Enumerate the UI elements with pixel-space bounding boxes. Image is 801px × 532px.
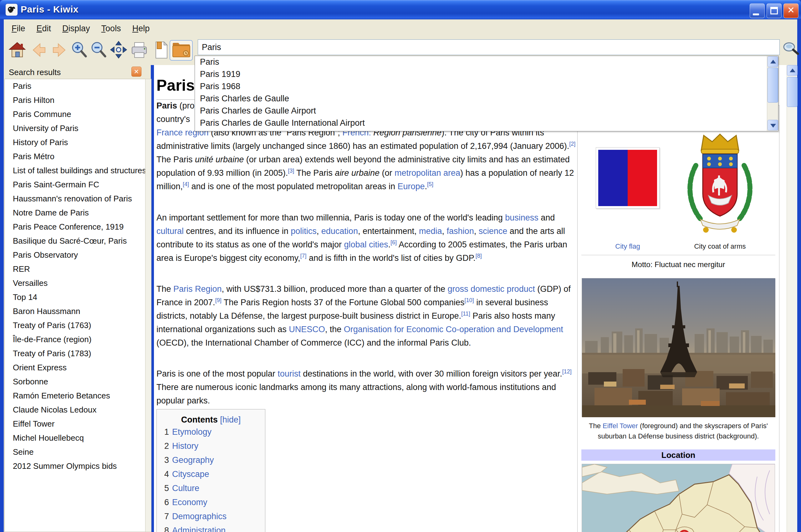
minimize-button[interactable]	[750, 3, 765, 18]
search-result-item[interactable]: Ramón Emeterio Betances	[5, 389, 145, 403]
scroll-down-icon[interactable]	[767, 120, 778, 130]
contents-item-administration[interactable]: 8Administration	[157, 524, 265, 532]
search-result-item[interactable]: Île-de-France (region)	[5, 332, 145, 346]
article-link[interactable]: cultural	[156, 226, 184, 236]
search-result-item[interactable]: Versailles	[5, 276, 145, 290]
menu-tools[interactable]: Tools	[101, 24, 121, 34]
fit-page-icon[interactable]	[110, 40, 128, 61]
menu-help[interactable]: Help	[132, 24, 150, 34]
city-flag-caption[interactable]: City flag	[587, 242, 668, 250]
reference-link[interactable]: [6]	[390, 239, 397, 246]
close-button[interactable]: ✕	[783, 3, 799, 18]
dropdown-scrollbar[interactable]	[767, 56, 778, 131]
search-result-item[interactable]: List of tallest buildings and structures…	[5, 164, 145, 178]
reference-link[interactable]: [8]	[476, 253, 482, 259]
eiffel-tower-photo[interactable]	[582, 278, 775, 417]
contents-item-geography[interactable]: 3Geography	[157, 454, 265, 467]
contents-item-link[interactable]: History	[172, 441, 198, 451]
article-link[interactable]: business	[505, 213, 539, 222]
search-result-item[interactable]: Sorbonne	[5, 375, 145, 389]
reference-link[interactable]: [2]	[569, 141, 575, 147]
library-icon[interactable]	[170, 40, 193, 61]
menu-edit[interactable]: Edit	[37, 24, 51, 34]
contents-item-economy[interactable]: 6Economy	[157, 496, 265, 509]
suggestion-item[interactable]: Paris Charles de Gaulle International Ai…	[195, 117, 778, 129]
contents-hide-toggle[interactable]: [hide]	[220, 415, 241, 424]
search-result-item[interactable]: Seine	[5, 445, 145, 459]
article-link[interactable]: politics	[291, 226, 317, 236]
search-result-item[interactable]: Paris Saint-Germain FC	[5, 178, 145, 192]
search-result-item[interactable]: 2012 Summer Olympics bids	[5, 459, 145, 473]
forward-icon[interactable]	[51, 40, 69, 61]
article-link[interactable]: UNESCO	[289, 325, 325, 334]
article-link[interactable]: tourist	[278, 369, 301, 378]
reference-link[interactable]: [9]	[215, 297, 222, 303]
reference-link[interactable]: [7]	[300, 253, 306, 259]
menu-file[interactable]: File	[12, 24, 25, 34]
article-link[interactable]: Organisation for Economic Co-operation a…	[344, 325, 563, 334]
search-result-item[interactable]: Paris	[5, 79, 145, 93]
search-result-item[interactable]: Paris Commune	[5, 107, 145, 121]
article-link[interactable]: metropolitan area	[394, 168, 460, 178]
article-link[interactable]: Paris Region	[173, 284, 222, 294]
contents-item-etymology[interactable]: 1Etymology	[157, 425, 265, 439]
search-result-item[interactable]: Haussmann's renovation of Paris	[5, 192, 145, 206]
suggestion-item[interactable]: Paris 1919	[195, 68, 778, 80]
dropdown-scrollbar-thumb[interactable]	[767, 68, 778, 102]
search-result-item[interactable]: Paris Observatory	[5, 248, 145, 262]
suggestion-item[interactable]: Paris Charles de Gaulle Airport	[195, 105, 778, 117]
search-result-item[interactable]: Claude Nicolas Ledoux	[5, 403, 145, 417]
search-result-item[interactable]: Baron Haussmann	[5, 304, 145, 318]
suggestion-item[interactable]: Paris 1968	[195, 80, 778, 93]
random-page-icon[interactable]	[152, 40, 170, 61]
search-result-item[interactable]: RER	[5, 262, 145, 276]
search-result-item[interactable]: Paris Métro	[5, 150, 145, 164]
article-link[interactable]: gross domestic product	[448, 284, 535, 294]
close-panel-icon[interactable]: ✕	[131, 66, 142, 77]
search-result-item[interactable]: University of Paris	[5, 121, 145, 135]
home-icon[interactable]	[8, 40, 26, 61]
article-link[interactable]: global cities	[344, 240, 388, 249]
article-link[interactable]: fashion	[447, 226, 474, 236]
location-map[interactable]	[582, 464, 775, 532]
reference-link[interactable]: [11]	[461, 310, 470, 317]
search-icon[interactable]	[781, 39, 800, 58]
scrollbar-thumb[interactable]	[787, 77, 798, 107]
contents-item-link[interactable]: Economy	[172, 498, 207, 507]
search-result-item[interactable]: Michel Houellebecq	[5, 431, 145, 445]
reference-link[interactable]: [4]	[183, 181, 189, 187]
menu-display[interactable]: Display	[62, 24, 90, 34]
search-result-item[interactable]: Orient Express	[5, 361, 145, 375]
contents-item-cityscape[interactable]: 4Cityscape	[157, 468, 265, 481]
reference-link[interactable]: [5]	[427, 181, 433, 187]
scroll-up-icon[interactable]	[767, 56, 778, 67]
zoom-in-icon[interactable]	[70, 40, 88, 61]
reference-link[interactable]: [3]	[288, 168, 294, 174]
search-result-item[interactable]: Eiffel Tower	[5, 417, 145, 431]
print-icon[interactable]	[130, 40, 148, 61]
contents-item-demographics[interactable]: 7Demographics	[157, 510, 265, 523]
search-input[interactable]	[198, 39, 780, 55]
city-flag-image[interactable]	[596, 147, 659, 209]
back-icon[interactable]	[30, 40, 48, 61]
contents-item-link[interactable]: Demographics	[172, 512, 226, 521]
sidebar-scrollbar[interactable]	[145, 79, 151, 532]
reference-link[interactable]: [10]	[465, 297, 474, 303]
scroll-up-icon[interactable]	[787, 65, 798, 76]
article-link[interactable]: Eiffel Tower	[603, 422, 638, 430]
article-link[interactable]: science	[479, 226, 507, 236]
contents-item-link[interactable]: Geography	[172, 455, 214, 465]
search-result-item[interactable]: Treaty of Paris (1763)	[5, 318, 145, 332]
search-result-item[interactable]: Top 14	[5, 290, 145, 304]
contents-item-link[interactable]: Administration	[172, 526, 226, 532]
search-result-item[interactable]: Basilique du Sacré-Cœur, Paris	[5, 234, 145, 248]
suggestion-item[interactable]: Paris Charles de Gaulle	[195, 93, 778, 105]
search-result-item[interactable]: Paris Peace Conference, 1919	[5, 220, 145, 234]
contents-item-link[interactable]: Etymology	[172, 427, 211, 437]
article-link[interactable]: Europe	[397, 182, 425, 191]
zoom-out-icon[interactable]	[90, 40, 108, 61]
article-link[interactable]: education	[321, 226, 358, 236]
search-result-item[interactable]: Paris Hilton	[5, 93, 145, 107]
contents-item-history[interactable]: 2History	[157, 439, 265, 453]
search-result-item[interactable]: Notre Dame de Paris	[5, 206, 145, 220]
